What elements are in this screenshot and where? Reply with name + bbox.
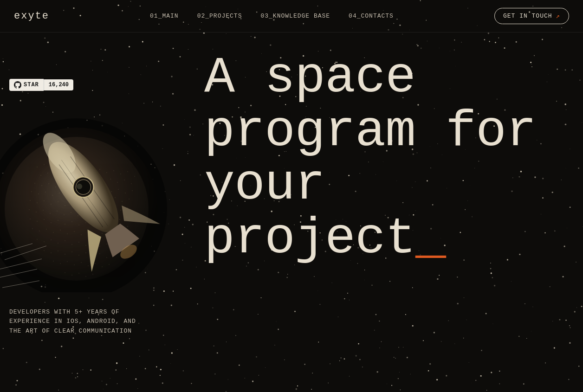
svg-point-82 xyxy=(71,212,71,213)
svg-point-64 xyxy=(51,204,52,205)
arrow-icon: ↗ xyxy=(556,12,560,20)
svg-point-151 xyxy=(102,266,103,267)
svg-point-106 xyxy=(32,228,33,229)
cta-label: GET IN TOUCH xyxy=(503,13,552,19)
svg-point-144 xyxy=(53,261,54,262)
svg-point-48 xyxy=(45,192,46,193)
svg-point-94 xyxy=(51,222,52,223)
svg-point-66 xyxy=(65,205,65,206)
svg-point-65 xyxy=(58,201,58,202)
svg-point-28 xyxy=(117,182,118,183)
svg-point-58 xyxy=(115,197,116,198)
svg-point-2 xyxy=(37,167,38,167)
svg-point-33 xyxy=(48,183,49,184)
svg-point-77 xyxy=(36,212,37,212)
svg-point-47 xyxy=(38,193,39,194)
svg-point-136 xyxy=(65,254,65,255)
svg-point-81 xyxy=(64,214,65,215)
svg-point-13 xyxy=(113,170,114,171)
svg-point-113 xyxy=(81,234,82,235)
svg-point-96 xyxy=(65,224,65,225)
svg-point-27 xyxy=(110,179,111,180)
svg-point-44 xyxy=(125,193,126,193)
svg-point-99 xyxy=(85,222,86,223)
svg-point-105 xyxy=(127,226,128,227)
site-logo[interactable]: exyte xyxy=(14,10,49,22)
svg-point-153 xyxy=(65,272,65,273)
svg-point-46 xyxy=(31,191,32,192)
svg-point-74 xyxy=(120,210,121,211)
svg-point-137 xyxy=(71,251,72,252)
nav-item-main[interactable]: 01_MAIN xyxy=(150,13,179,19)
svg-point-154 xyxy=(71,275,72,276)
svg-point-32 xyxy=(41,185,42,186)
rocket-illustration xyxy=(0,93,186,288)
svg-point-91 xyxy=(30,218,31,219)
svg-point-142 xyxy=(106,257,107,258)
svg-point-29 xyxy=(124,180,125,180)
svg-point-80 xyxy=(57,211,58,212)
svg-point-76 xyxy=(29,209,30,210)
svg-point-135 xyxy=(58,251,58,251)
nav-item-contacts[interactable]: 04_CONTACTS xyxy=(349,13,394,19)
svg-point-111 xyxy=(67,233,68,234)
svg-point-92 xyxy=(37,221,38,222)
svg-point-42 xyxy=(111,191,112,192)
svg-point-139 xyxy=(85,252,86,253)
svg-point-149 xyxy=(88,265,89,266)
svg-point-49 xyxy=(52,195,53,196)
star-count: 16,240 xyxy=(44,79,73,90)
svg-point-16 xyxy=(134,176,135,177)
svg-point-107 xyxy=(39,231,40,231)
svg-point-18 xyxy=(47,173,48,174)
svg-point-63 xyxy=(44,200,45,201)
svg-point-78 xyxy=(43,210,44,211)
svg-point-59 xyxy=(122,201,123,202)
cursor-underscore: _ xyxy=(415,210,446,268)
svg-point-116 xyxy=(102,233,103,234)
svg-point-150 xyxy=(95,263,96,264)
svg-point-95 xyxy=(58,220,58,221)
svg-point-3 xyxy=(44,164,45,165)
get-in-touch-button[interactable]: GET IN TOUCH ↗ xyxy=(494,8,569,24)
svg-point-14 xyxy=(120,174,121,174)
svg-point-34 xyxy=(55,186,56,187)
svg-point-156 xyxy=(85,276,86,277)
headline-line3: your project xyxy=(204,156,415,268)
github-star-badge: STAR 16,240 xyxy=(9,79,73,91)
main-content: STAR 16,240 xyxy=(0,32,583,392)
svg-point-89 xyxy=(119,219,120,220)
svg-point-155 xyxy=(78,273,79,274)
svg-point-129 xyxy=(99,246,100,247)
svg-point-30 xyxy=(131,183,132,184)
star-label: STAR xyxy=(24,82,39,88)
github-icon xyxy=(14,81,21,89)
svg-point-122 xyxy=(51,239,52,240)
svg-point-98 xyxy=(78,225,79,225)
svg-point-130 xyxy=(106,244,107,244)
svg-point-124 xyxy=(65,240,65,241)
svg-point-157 xyxy=(92,274,93,275)
svg-point-93 xyxy=(44,219,45,220)
svg-point-50 xyxy=(59,193,60,193)
nav-item-projects[interactable]: 02_PROJECTS xyxy=(197,13,242,19)
svg-point-110 xyxy=(60,230,61,231)
svg-point-123 xyxy=(58,243,58,244)
svg-point-11 xyxy=(99,169,100,170)
svg-point-126 xyxy=(78,242,79,243)
svg-point-108 xyxy=(46,229,47,230)
github-star-button[interactable]: STAR xyxy=(9,79,44,91)
svg-point-112 xyxy=(74,231,75,232)
svg-point-45 xyxy=(132,190,133,191)
headline-line1: A space xyxy=(204,49,415,107)
svg-point-125 xyxy=(71,244,72,245)
svg-point-109 xyxy=(53,232,54,233)
hero-text-block: A space program for your project_ xyxy=(204,51,574,265)
nav-item-knowledge[interactable]: 03_KNOWLEDGE BASE xyxy=(260,13,330,19)
svg-point-127 xyxy=(85,245,86,246)
main-navigation: 01_MAIN 02_PROJECTS 03_KNOWLEDGE BASE 04… xyxy=(150,13,394,19)
svg-point-133 xyxy=(44,250,45,251)
svg-point-148 xyxy=(81,262,82,263)
svg-point-138 xyxy=(78,255,79,256)
svg-point-146 xyxy=(67,261,68,262)
